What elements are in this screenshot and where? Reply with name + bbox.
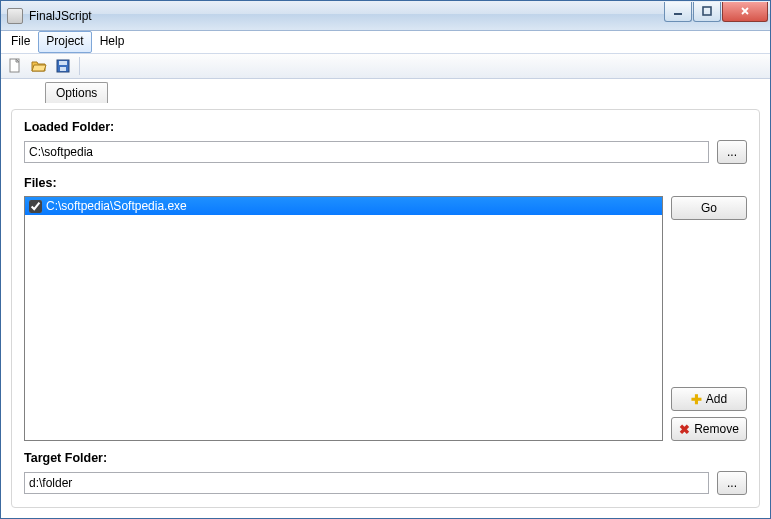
close-button[interactable] (722, 2, 768, 22)
loaded-folder-label: Loaded Folder: (24, 120, 747, 134)
minimize-button[interactable] (664, 2, 692, 22)
toolbar (1, 53, 770, 79)
browse-target-folder-button[interactable]: ... (717, 471, 747, 495)
tab-strip: Options (1, 79, 770, 103)
maximize-button[interactable] (693, 2, 721, 22)
save-button[interactable] (53, 56, 73, 76)
add-button-label: Add (706, 392, 727, 406)
toolbar-separator (79, 57, 80, 75)
svg-rect-4 (59, 61, 67, 65)
title-bar[interactable]: FinalJScript (1, 1, 770, 31)
x-icon: ✖ (679, 422, 690, 437)
app-icon (7, 8, 23, 24)
svg-rect-1 (703, 7, 711, 15)
menu-bar: File Project Help (1, 31, 770, 53)
target-folder-input[interactable] (24, 472, 709, 494)
list-item-path: C:\softpedia\Softpedia.exe (46, 199, 187, 213)
remove-button-label: Remove (694, 422, 739, 436)
new-file-button[interactable] (5, 56, 25, 76)
loaded-folder-input[interactable] (24, 141, 709, 163)
remove-button[interactable]: ✖ Remove (671, 417, 747, 441)
browse-loaded-folder-button[interactable]: ... (717, 140, 747, 164)
content-area: Loaded Folder: ... Files: C:\softpedia\S… (1, 103, 770, 518)
window-title: FinalJScript (29, 9, 92, 23)
target-folder-label: Target Folder: (24, 451, 747, 465)
open-folder-button[interactable] (29, 56, 49, 76)
menu-project[interactable]: Project (38, 31, 91, 53)
svg-rect-0 (674, 13, 682, 15)
menu-help[interactable]: Help (92, 31, 133, 53)
files-label: Files: (24, 176, 747, 190)
list-item[interactable]: C:\softpedia\Softpedia.exe (25, 197, 662, 215)
list-item-checkbox[interactable] (29, 200, 42, 213)
files-listbox[interactable]: C:\softpedia\Softpedia.exe (24, 196, 663, 441)
options-panel: Loaded Folder: ... Files: C:\softpedia\S… (11, 109, 760, 508)
plus-icon: ✚ (691, 392, 702, 407)
go-button[interactable]: Go (671, 196, 747, 220)
tab-options[interactable]: Options (45, 82, 108, 103)
window-controls (663, 2, 768, 22)
svg-rect-5 (60, 67, 66, 71)
app-window: FinalJScript File Project Help (0, 0, 771, 519)
menu-file[interactable]: File (3, 31, 38, 53)
add-button[interactable]: ✚ Add (671, 387, 747, 411)
